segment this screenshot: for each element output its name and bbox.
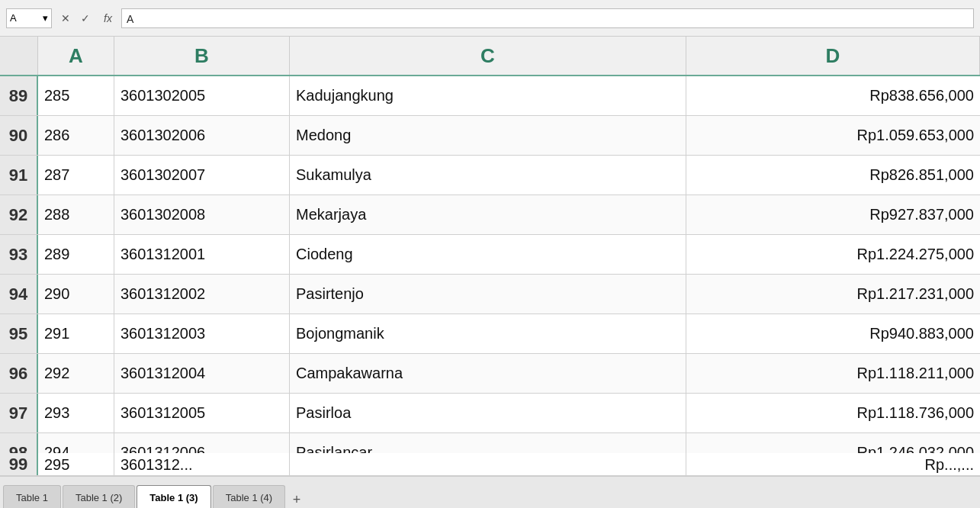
col-header-c[interactable]: C bbox=[290, 37, 686, 75]
cancel-icon[interactable]: ✕ bbox=[56, 9, 75, 27]
table-row[interactable]: 91 287 3601302007 Sukamulya Rp826.851,00… bbox=[0, 156, 980, 195]
cell-c[interactable]: Ciodeng bbox=[290, 235, 686, 274]
col-header-d[interactable]: D bbox=[686, 37, 980, 75]
col-header-a[interactable]: A bbox=[38, 37, 114, 75]
row-number: 98 bbox=[0, 433, 38, 453]
data-area: 89 285 3601302005 Kadujangkung Rp838.656… bbox=[0, 76, 980, 453]
sheet-tab-2[interactable]: Table 1 (2) bbox=[63, 485, 135, 508]
fx-icon: fx bbox=[99, 12, 117, 24]
cell-d[interactable]: Rp1.059.653,000 bbox=[686, 116, 980, 155]
row-number: 95 bbox=[0, 314, 38, 353]
add-sheet-button[interactable]: + bbox=[287, 490, 307, 508]
partial-cell-d[interactable]: Rp...,... bbox=[686, 453, 980, 476]
cell-b[interactable]: 3601302005 bbox=[114, 76, 290, 115]
cell-a[interactable]: 285 bbox=[38, 76, 114, 115]
confirm-icon[interactable]: ✓ bbox=[76, 9, 95, 27]
cell-d[interactable]: Rp1.118.211,000 bbox=[686, 354, 980, 393]
name-box[interactable]: A ▾ bbox=[6, 8, 52, 28]
partial-cell-c[interactable] bbox=[290, 453, 686, 476]
cell-d[interactable]: Rp1.118.736,000 bbox=[686, 394, 980, 432]
sheet-tab-4[interactable]: Table 1 (4) bbox=[213, 485, 285, 508]
cell-a[interactable]: 290 bbox=[38, 275, 114, 313]
cell-a[interactable]: 288 bbox=[38, 195, 114, 234]
cell-a[interactable]: 291 bbox=[38, 314, 114, 353]
cell-b[interactable]: 3601312002 bbox=[114, 275, 290, 313]
table-row[interactable]: 95 291 3601312003 Bojongmanik Rp940.883,… bbox=[0, 314, 980, 354]
partial-cell-a[interactable]: 295 bbox=[38, 453, 114, 476]
table-row[interactable]: 96 292 3601312004 Campakawarna Rp1.118.2… bbox=[0, 354, 980, 394]
formula-bar[interactable]: A bbox=[121, 8, 974, 28]
sheet-tab-3[interactable]: Table 1 (3) bbox=[137, 485, 210, 508]
partial-row: 99 295 3601312... Rp...,... bbox=[0, 453, 980, 476]
cell-b[interactable]: 3601312004 bbox=[114, 354, 290, 393]
cell-c[interactable]: Campakawarna bbox=[290, 354, 686, 393]
table-row[interactable]: 97 293 3601312005 Pasirloa Rp1.118.736,0… bbox=[0, 394, 980, 433]
table-row[interactable]: 90 286 3601302006 Medong Rp1.059.653,000 bbox=[0, 116, 980, 156]
cell-a[interactable]: 287 bbox=[38, 156, 114, 195]
col-header-b[interactable]: B bbox=[114, 37, 290, 75]
cell-d[interactable]: Rp927.837,000 bbox=[686, 195, 980, 234]
partial-row-num: 99 bbox=[0, 453, 38, 476]
cell-b[interactable]: 3601312001 bbox=[114, 235, 290, 274]
cell-a[interactable]: 289 bbox=[38, 235, 114, 274]
table-row[interactable]: 98 294 3601312006 Pasirlancar Rp1.246.03… bbox=[0, 433, 980, 453]
cell-c[interactable]: Bojongmanik bbox=[290, 314, 686, 353]
cell-b[interactable]: 3601312005 bbox=[114, 394, 290, 432]
toolbar-icons: ✕ ✓ bbox=[56, 9, 95, 27]
name-box-value: A bbox=[10, 12, 17, 24]
spreadsheet: A B C D 89 285 3601302005 Kadujangkung R… bbox=[0, 37, 980, 453]
cell-d[interactable]: Rp1.217.231,000 bbox=[686, 275, 980, 313]
cell-a[interactable]: 293 bbox=[38, 394, 114, 432]
cell-c[interactable]: Medong bbox=[290, 116, 686, 155]
row-number: 96 bbox=[0, 354, 38, 393]
cell-b[interactable]: 3601312006 bbox=[114, 433, 290, 453]
cell-a[interactable]: 286 bbox=[38, 116, 114, 155]
cell-d[interactable]: Rp838.656,000 bbox=[686, 76, 980, 115]
name-box-chevron: ▾ bbox=[43, 12, 48, 24]
cell-b[interactable]: 3601302008 bbox=[114, 195, 290, 234]
cell-c[interactable]: Mekarjaya bbox=[290, 195, 686, 234]
table-row[interactable]: 89 285 3601302005 Kadujangkung Rp838.656… bbox=[0, 76, 980, 116]
cell-c[interactable]: Pasirlancar bbox=[290, 433, 686, 453]
row-number: 94 bbox=[0, 275, 38, 313]
table-row[interactable]: 92 288 3601302008 Mekarjaya Rp927.837,00… bbox=[0, 195, 980, 235]
row-number: 92 bbox=[0, 195, 38, 234]
cell-d[interactable]: Rp940.883,000 bbox=[686, 314, 980, 353]
cell-a[interactable]: 294 bbox=[38, 433, 114, 453]
partial-cell-b[interactable]: 3601312... bbox=[114, 453, 290, 476]
cell-c[interactable]: Pasirloa bbox=[290, 394, 686, 432]
cell-b[interactable]: 3601302006 bbox=[114, 116, 290, 155]
cell-c[interactable]: Pasirtenjo bbox=[290, 275, 686, 313]
cell-d[interactable]: Rp826.851,000 bbox=[686, 156, 980, 195]
row-number: 93 bbox=[0, 235, 38, 274]
column-headers: A B C D bbox=[0, 37, 980, 76]
cell-b[interactable]: 3601302007 bbox=[114, 156, 290, 195]
sheet-tabs: Table 1Table 1 (2)Table 1 (3)Table 1 (4)… bbox=[0, 476, 980, 508]
row-number: 89 bbox=[0, 76, 38, 115]
row-header-corner bbox=[0, 37, 38, 75]
cell-d[interactable]: Rp1.246.032,000 bbox=[686, 433, 980, 453]
sheet-tab-1[interactable]: Table 1 bbox=[3, 485, 61, 508]
table-row[interactable]: 93 289 3601312001 Ciodeng Rp1.224.275,00… bbox=[0, 235, 980, 275]
row-number: 91 bbox=[0, 156, 38, 195]
cell-a[interactable]: 292 bbox=[38, 354, 114, 393]
top-bar: A ▾ ✕ ✓ fx A bbox=[0, 0, 980, 37]
cell-b[interactable]: 3601312003 bbox=[114, 314, 290, 353]
cell-c[interactable]: Kadujangkung bbox=[290, 76, 686, 115]
table-row[interactable]: 94 290 3601312002 Pasirtenjo Rp1.217.231… bbox=[0, 275, 980, 314]
cell-c[interactable]: Sukamulya bbox=[290, 156, 686, 195]
cell-d[interactable]: Rp1.224.275,000 bbox=[686, 235, 980, 274]
row-number: 97 bbox=[0, 394, 38, 432]
row-number: 90 bbox=[0, 116, 38, 155]
